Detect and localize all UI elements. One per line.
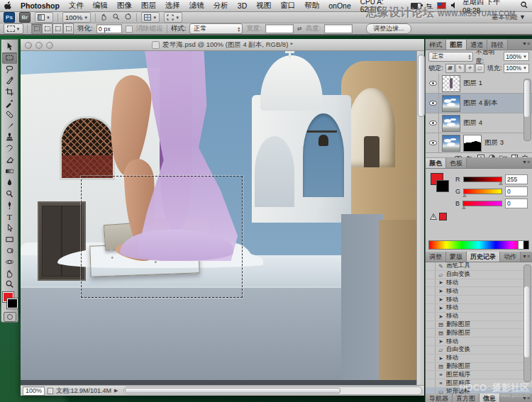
status-zoom-input[interactable]: 100%: [23, 386, 45, 396]
dodge-tool[interactable]: [2, 188, 17, 199]
blue-slider[interactable]: [462, 201, 502, 206]
move-tool[interactable]: [2, 41, 17, 52]
history-source-well[interactable]: [426, 279, 436, 287]
history-source-well[interactable]: [426, 271, 436, 279]
menu-photoshop[interactable]: Photoshop: [21, 1, 60, 10]
menu-window[interactable]: 窗口: [280, 1, 295, 11]
bridge-launch-button[interactable]: Br: [19, 12, 31, 23]
zoom-tool[interactable]: [2, 279, 17, 290]
history-source-well[interactable]: [426, 296, 436, 303]
menu-select[interactable]: 选择: [165, 1, 180, 11]
zoom-button[interactable]: [46, 42, 53, 49]
width-input[interactable]: [265, 24, 294, 33]
tab-styles[interactable]: 样式: [426, 40, 446, 50]
history-step[interactable]: ➤移动: [426, 296, 532, 304]
history-source-well[interactable]: [426, 313, 436, 320]
height-input[interactable]: [324, 24, 353, 33]
panel-menu-icon[interactable]: ▼≡: [522, 254, 530, 259]
pen-tool[interactable]: [2, 199, 17, 211]
3d-rotate-tool[interactable]: [2, 245, 17, 256]
layer-row[interactable]: 图层 4: [426, 113, 532, 133]
status-menu-arrow[interactable]: ▶: [114, 388, 118, 393]
apple-menu-icon[interactable]: [4, 1, 11, 11]
intersect-selection-button[interactable]: [63, 23, 74, 34]
lock-position-icon[interactable]: ✛: [465, 64, 475, 73]
vertical-scrollbar[interactable]: [416, 51, 424, 385]
history-source-well[interactable]: [426, 379, 436, 387]
layer-row[interactable]: 图层 3: [426, 133, 532, 152]
selection-marquee[interactable]: [81, 176, 243, 298]
layer-thumbnail[interactable]: [442, 135, 460, 152]
history-source-well[interactable]: [426, 337, 436, 345]
history-source-well[interactable]: [426, 354, 436, 362]
tab-color[interactable]: 颜色: [426, 158, 446, 168]
green-slider[interactable]: [463, 189, 502, 194]
menu-filter[interactable]: 滤镜: [189, 1, 204, 11]
lock-pixels-icon[interactable]: ✎: [455, 64, 465, 73]
blur-tool[interactable]: [2, 177, 17, 188]
menu-edit[interactable]: 编辑: [93, 1, 108, 11]
history-step[interactable]: ➤移动: [426, 287, 532, 296]
zoom-tool-button[interactable]: [112, 13, 120, 22]
layer-name[interactable]: 图层 4: [463, 118, 482, 128]
minimize-button[interactable]: [35, 42, 43, 49]
history-brush-tool[interactable]: [2, 143, 17, 155]
layer-row[interactable]: 图层 1: [426, 74, 532, 94]
gamut-color-cube[interactable]: [439, 213, 447, 220]
menu-image[interactable]: 图像: [117, 1, 132, 11]
type-tool[interactable]: T: [2, 211, 17, 222]
color-spectrum-ramp[interactable]: [428, 240, 529, 250]
history-step[interactable]: ➤移动: [426, 337, 532, 346]
volume-icon[interactable]: [451, 2, 458, 10]
green-value[interactable]: 0: [505, 186, 528, 196]
hand-tool-button[interactable]: [100, 13, 108, 22]
history-step[interactable]: ▤删除图层: [426, 363, 532, 372]
lasso-tool[interactable]: [2, 64, 17, 75]
brush-tool[interactable]: [2, 121, 17, 132]
tab-histogram[interactable]: 直方图: [453, 393, 480, 402]
panel-menu-icon[interactable]: ▼≡: [522, 160, 530, 164]
visibility-eye-icon[interactable]: [427, 74, 439, 93]
tab-masks[interactable]: 蒙版: [446, 252, 467, 262]
history-step[interactable]: ➤移动: [426, 354, 532, 363]
history-source-well[interactable]: [426, 363, 436, 371]
shape-tool[interactable]: [2, 233, 17, 245]
tab-channels[interactable]: 通道: [467, 40, 487, 50]
tab-adjustments[interactable]: 调整: [426, 252, 446, 262]
add-to-selection-button[interactable]: [42, 23, 52, 34]
spot-healing-brush-tool[interactable]: [2, 109, 17, 121]
layer-mask-thumbnail[interactable]: [463, 135, 482, 152]
lock-all-icon[interactable]: ◻: [475, 64, 484, 73]
history-step[interactable]: ≡图层顺序: [426, 379, 532, 388]
history-step[interactable]: ≡图层顺序: [426, 371, 532, 379]
tab-history[interactable]: 历史记录: [467, 252, 500, 262]
history-source-well[interactable]: [426, 262, 436, 270]
document-title-bar[interactable]: 爱琴海.psd @ 100% (图层 4 副本, RGB/8) *: [21, 39, 424, 51]
arrange-documents-button[interactable]: ▼: [35, 12, 53, 23]
menu-3d[interactable]: 3D: [238, 1, 247, 10]
menubar-clock[interactable]: 星期四 下午08:28: [462, 0, 516, 15]
red-value[interactable]: 255: [505, 174, 528, 184]
menu-layer[interactable]: 图层: [141, 1, 156, 11]
eyedropper-tool[interactable]: [2, 98, 17, 109]
visibility-eye-icon[interactable]: [427, 94, 439, 113]
path-selection-tool[interactable]: [2, 222, 17, 233]
history-source-well[interactable]: [426, 371, 436, 379]
layer-row-selected[interactable]: 图层 4 副本: [426, 94, 532, 113]
rectangular-marquee-tool[interactable]: [2, 52, 17, 64]
layer-name[interactable]: 图层 1: [463, 79, 482, 88]
layers-scrollbar[interactable]: [523, 79, 531, 141]
canvas[interactable]: [21, 51, 416, 385]
language-flag-icon[interactable]: [437, 2, 447, 9]
horizontal-scrollbar[interactable]: [123, 386, 422, 395]
opacity-value[interactable]: 100%▼: [504, 52, 529, 61]
visibility-eye-icon[interactable]: [427, 133, 439, 152]
rotate-view-button[interactable]: [124, 13, 132, 22]
history-step[interactable]: ▱自由变换: [426, 346, 532, 354]
close-button[interactable]: [25, 42, 32, 49]
3d-orbit-tool[interactable]: [2, 256, 17, 267]
spotlight-icon[interactable]: [521, 1, 528, 10]
refine-edge-button[interactable]: 调整边缘...: [366, 23, 411, 34]
new-selection-button[interactable]: [31, 23, 42, 34]
red-slider[interactable]: [463, 177, 503, 182]
